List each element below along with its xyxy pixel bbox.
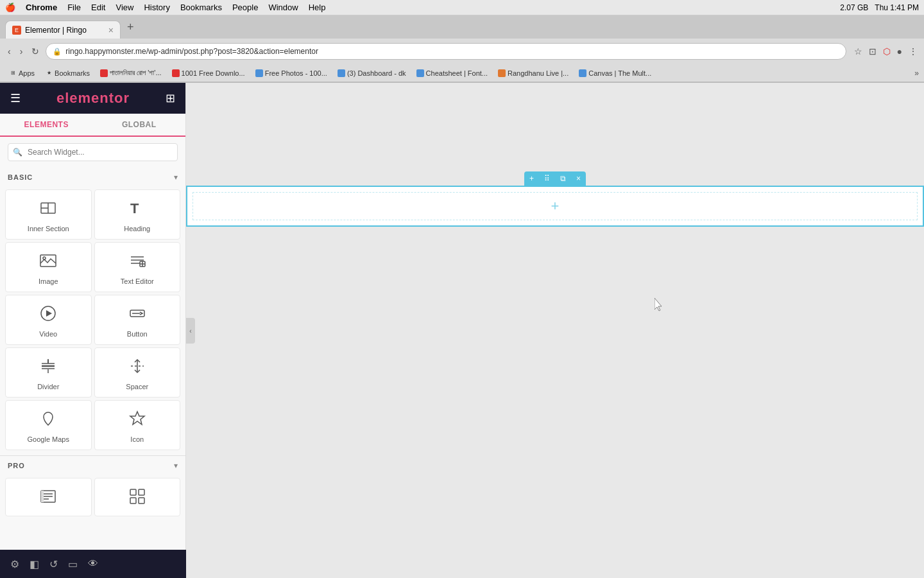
screenshot-icon[interactable]: ⊡ [868,45,878,58]
widget-icon-label: Icon [130,435,144,443]
tab-elements[interactable]: ELEMENTS [0,114,93,136]
search-box: 🔍 [8,143,178,161]
back-button[interactable]: ‹ [5,44,13,59]
bookmark-4-label: (3) Dashboard - dk [347,69,406,77]
forward-button[interactable]: › [17,44,26,59]
widget-text-editor[interactable]: Text Editor [94,242,181,292]
section-duplicate-button[interactable]: ⧉ [555,171,571,186]
menu-help[interactable]: Help [309,3,326,12]
collapse-sidebar-handle[interactable]: ‹ [186,318,195,344]
section-add-button[interactable]: + [524,171,539,186]
apps-favicon: ⊞ [9,69,17,77]
heading-icon: T [128,199,146,221]
sidebar-tabs: ELEMENTS GLOBAL [0,114,185,137]
widget-heading-label: Heading [124,225,150,232]
basic-section-label: BASIC [8,173,33,181]
tab-global[interactable]: GLOBAL [93,114,186,136]
svg-rect-34 [130,498,136,504]
menu-view[interactable]: View [116,3,133,12]
button-icon [128,304,146,326]
browser-tab-active[interactable]: E Elementor | Ringo × [5,21,121,39]
settings-icon[interactable]: ⚙ [8,556,22,573]
bookmark-apps[interactable]: ⊞ Apps [5,68,38,78]
apple-menu[interactable]: 🍎 [5,3,15,12]
b2-favicon [172,69,180,77]
bookmark-2[interactable]: 1001 Free Downlo... [168,68,249,78]
svg-rect-35 [139,498,144,504]
preview-icon[interactable]: 👁 [85,556,101,572]
menu-dots-icon[interactable]: ⋮ [907,45,919,58]
widget-heading[interactable]: T Heading [94,189,181,240]
hamburger-menu-icon[interactable]: ☰ [10,91,21,105]
search-input[interactable] [8,143,178,161]
url-text: ringo.happymonster.me/wp-admin/post.php?… [65,47,318,56]
canvas-area: ‹ + ⠿ ⧉ × + [186,83,924,578]
widget-video[interactable]: Video [5,295,92,345]
elementor-sidebar: ☰ elementor ⊞ ELEMENTS GLOBAL 🔍 BASIC ▾ [0,83,186,578]
widget-button[interactable]: Button [94,295,181,345]
bookmark-star-icon[interactable]: ☆ [853,45,864,58]
widget-inner-section-label: Inner Section [28,225,69,232]
add-element-button[interactable]: + [551,198,560,215]
b3-favicon [255,69,263,77]
widget-image[interactable]: Image [5,242,92,292]
widgets-grid: Inner Section T Heading Image [0,187,185,453]
b6-favicon [498,69,506,77]
bookmark-7[interactable]: Canvas | The Mult... [575,68,655,78]
layers-icon[interactable]: ◧ [27,556,42,573]
bookmark-6-label: Rangdhanu Live |... [508,69,569,77]
menu-window[interactable]: Window [268,3,298,12]
bookmark-1[interactable]: পাতালনিয়ার রোপ 'শা'... [96,67,165,78]
elementor-section[interactable]: + [186,186,924,227]
widget-pro-1[interactable] [5,478,92,516]
bookmark-4[interactable]: (3) Dashboard - dk [334,68,410,78]
menu-bookmarks[interactable]: Bookmarks [180,3,222,12]
history-icon[interactable]: ↺ [47,556,60,573]
bookmark-3[interactable]: Free Photos - 100... [252,68,331,78]
menu-people[interactable]: People [232,3,258,12]
basic-chevron-icon: ▾ [174,173,178,182]
bookmark-1-label: পাতালনিয়ার রোপ 'শা'... [110,69,161,77]
pro-section-header[interactable]: PRO ▾ [0,455,185,475]
tab-close-button[interactable]: × [108,25,114,35]
widget-inner-section[interactable]: Inner Section [5,189,92,240]
elementor-logo: elementor [56,90,130,107]
bookmarks-overflow-icon[interactable]: » [914,69,919,78]
extensions-icon[interactable]: ⬡ [882,45,892,58]
reload-button[interactable]: ↻ [29,44,42,59]
svg-rect-31 [41,491,44,502]
menu-edit[interactable]: Edit [91,3,105,12]
b1-favicon [100,69,108,77]
svg-text:T: T [130,200,139,216]
widget-icon[interactable]: Icon [94,400,181,450]
elementor-column[interactable]: + [193,192,918,220]
menu-history[interactable]: History [144,3,169,12]
section-drag-handle[interactable]: ⠿ [539,171,555,186]
bookmark-6[interactable]: Rangdhanu Live |... [494,68,572,78]
menu-chrome[interactable]: Chrome [26,3,57,12]
spacer-icon [128,357,146,379]
svg-rect-32 [130,489,136,495]
grid-icon[interactable]: ⊞ [166,91,175,105]
address-bar[interactable]: 🔒 ringo.happymonster.me/wp-admin/post.ph… [46,43,846,60]
section-delete-button[interactable]: × [571,171,586,186]
toolbar-icons: ☆ ⊡ ⬡ ● ⋮ [853,45,919,58]
bookmark-3-label: Free Photos - 100... [265,69,327,77]
section-toolbar: + ⠿ ⧉ × [524,171,586,186]
basic-section-header[interactable]: BASIC ▾ [0,168,185,187]
widget-pro-2[interactable] [94,478,181,516]
widget-divider[interactable]: Divider [5,347,92,398]
image-icon [39,252,57,274]
bookmark-5[interactable]: Cheatsheet | Font... [413,68,492,78]
new-tab-button[interactable]: + [123,19,138,35]
widget-divider-label: Divider [37,383,59,390]
tab-title: Elementor | Ringo [25,26,87,35]
bookmark-bookmarks[interactable]: ★ Bookmarks [41,68,94,78]
widget-google-maps[interactable]: Google Maps [5,400,92,450]
widget-spacer[interactable]: Spacer [94,347,181,398]
b5-favicon [416,69,424,77]
svg-point-25 [46,415,50,419]
responsive-icon[interactable]: ▭ [65,556,80,573]
menu-file[interactable]: File [67,3,81,12]
profile-icon[interactable]: ● [896,45,903,58]
